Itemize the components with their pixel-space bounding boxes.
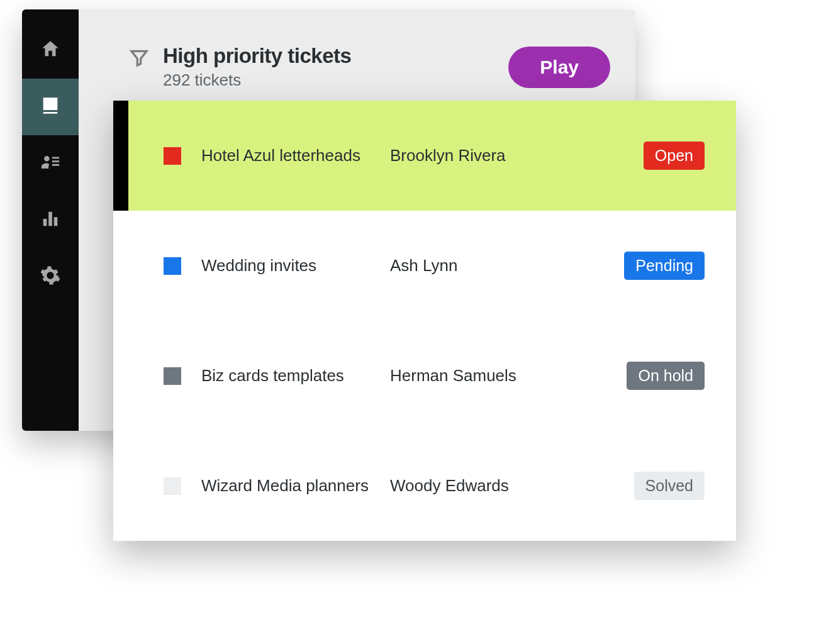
ticket-row[interactable]: Biz cards templatesHerman SamuelsOn hold bbox=[113, 321, 736, 431]
bar-chart-icon bbox=[40, 208, 61, 232]
ticket-list: Hotel Azul letterheadsBrooklyn RiveraOpe… bbox=[113, 101, 736, 541]
ticket-requester: Woody Edwards bbox=[390, 476, 634, 496]
ticket-subject: Wedding invites bbox=[201, 256, 390, 275]
home-icon bbox=[40, 38, 61, 62]
priority-chip bbox=[164, 257, 181, 275]
ticket-requester: Herman Samuels bbox=[390, 366, 627, 386]
priority-chip bbox=[164, 367, 181, 385]
ticket-row[interactable]: Hotel Azul letterheadsBrooklyn RiveraOpe… bbox=[113, 101, 736, 211]
sidebar bbox=[22, 9, 79, 431]
status-badge: Pending bbox=[624, 252, 705, 280]
gear-icon bbox=[40, 265, 61, 289]
sidebar-item-tickets[interactable] bbox=[22, 79, 79, 135]
priority-chip bbox=[164, 147, 181, 165]
tickets-icon bbox=[40, 95, 61, 119]
ticket-subject: Hotel Azul letterheads bbox=[201, 146, 390, 165]
status-badge: Open bbox=[644, 142, 705, 170]
status-badge: Solved bbox=[634, 472, 705, 500]
sidebar-item-settings[interactable] bbox=[22, 248, 79, 305]
ticket-subject: Biz cards templates bbox=[201, 366, 390, 386]
sidebar-item-home[interactable] bbox=[22, 22, 79, 79]
view-header: High priority tickets 292 tickets Play bbox=[129, 44, 610, 90]
status-badge: On hold bbox=[627, 362, 705, 390]
sidebar-item-customers[interactable] bbox=[22, 135, 79, 192]
customers-icon bbox=[40, 152, 61, 175]
view-title: High priority tickets bbox=[163, 44, 351, 68]
ticket-requester: Ash Lynn bbox=[390, 256, 624, 275]
ticket-row[interactable]: Wedding invitesAsh LynnPending bbox=[113, 211, 736, 321]
ticket-count: 292 tickets bbox=[163, 70, 351, 90]
ticket-subject: Wizard Media planners bbox=[201, 476, 390, 496]
ticket-row[interactable]: Wizard Media plannersWoody EdwardsSolved bbox=[113, 431, 736, 541]
ticket-requester: Brooklyn Rivera bbox=[390, 146, 644, 165]
priority-chip bbox=[164, 477, 181, 495]
play-button[interactable]: Play bbox=[508, 47, 610, 88]
filter-icon[interactable] bbox=[129, 44, 149, 70]
sidebar-item-reports[interactable] bbox=[22, 192, 79, 248]
